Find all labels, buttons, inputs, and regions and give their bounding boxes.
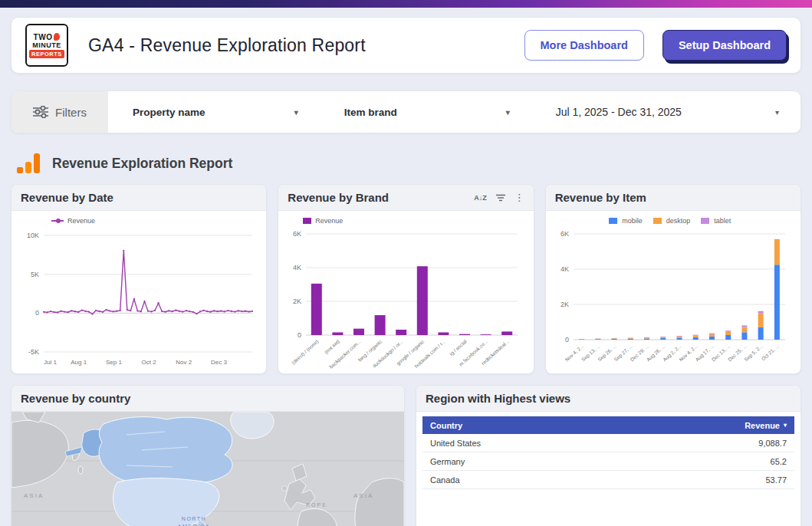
svg-text:2K: 2K — [293, 298, 301, 305]
revenue-by-brand-card-header: Revenue by Brand A↓Z ⋮ — [278, 185, 533, 211]
map-label-north: NORTH — [182, 516, 206, 521]
chevron-down-icon: ▾ — [294, 108, 298, 117]
logo-line-1: TWO — [34, 33, 61, 41]
filter-property-name-label: Property name — [133, 107, 205, 118]
card-title: Revenue by country — [21, 392, 130, 405]
legend-swatch-revenue — [51, 220, 64, 222]
revenue-cell: 65.2 — [771, 457, 787, 466]
logo-text-two: TWO — [34, 33, 53, 41]
region-table-card-header: Region with Highest views — [416, 386, 800, 412]
filter-property-name[interactable]: Property name ▾ — [108, 107, 320, 118]
svg-text:Dec 3: Dec 3 — [211, 359, 227, 366]
world-map[interactable]: ASIA NORTH AMERICA ROPE ASIA — [12, 412, 404, 526]
filter-date-range[interactable]: Jul 1, 2025 - Dec 31, 2025 ▾ — [531, 106, 800, 118]
card-tools: A↓Z ⋮ — [474, 192, 524, 203]
charts-row: Revenue by Date Revenue 10K5K0-5KJul 1Au… — [11, 184, 801, 374]
revenue-by-item-card: Revenue by Item mobile desktop tablet 6K… — [545, 184, 801, 374]
top-gradient-bar — [0, 0, 812, 8]
revenue-sort-header[interactable]: Revenue ▾ — [745, 421, 787, 430]
map-label-asia-right: ASIA — [353, 492, 373, 499]
svg-text:-5K: -5K — [28, 348, 39, 356]
sort-lines-icon[interactable] — [495, 194, 506, 202]
svg-text:6K: 6K — [561, 230, 569, 238]
revenue-by-date-card-header: Revenue by Date — [12, 185, 266, 211]
svg-text:(direct) / (none): (direct) / (none) — [291, 339, 320, 367]
revenue-by-item-chart[interactable]: 6K4K2K0Nov 4, 2...Sep 13, ...Sep 26, ...… — [551, 226, 794, 374]
card-title: Revenue by Date — [21, 191, 113, 204]
svg-text:4K: 4K — [561, 265, 569, 273]
revenue-by-date-card: Revenue by Date Revenue 10K5K0-5KJul 1Au… — [11, 184, 267, 374]
filter-item-brand-label: Item brand — [344, 107, 397, 118]
revenue-by-date-chart[interactable]: 10K5K0-5KJul 1Aug 1Sep 1Oct 2Nov 2Dec 3 — [16, 226, 260, 370]
filters-bar: Filters Property name ▾ Item brand ▾ Jul… — [11, 90, 801, 133]
legend-swatch-desktop — [653, 218, 662, 224]
kebab-menu-icon[interactable]: ⋮ — [514, 192, 524, 203]
section-header: Revenue Exploration Report — [11, 152, 801, 175]
header-buttons: More Dashboard Setup Dashboard — [524, 30, 787, 61]
svg-text:ig / social: ig / social — [449, 338, 468, 357]
revenue-by-brand-chart[interactable]: 6K4K2K0(direct) / (none)(not set)backpac… — [283, 226, 527, 374]
table-row[interactable]: Canada 53.77 — [422, 471, 794, 489]
sort-az-icon[interactable]: A↓Z — [474, 194, 487, 202]
svg-text:4K: 4K — [293, 264, 301, 271]
card-title: Revenue by Brand — [288, 191, 389, 204]
more-dashboard-button[interactable]: More Dashboard — [524, 30, 644, 61]
filters-toggle[interactable]: Filters — [12, 91, 108, 133]
revenue-by-country-card: Revenue by country — [11, 385, 405, 526]
legend-swatch-revenue — [303, 218, 311, 224]
header: TWO MINUTE REPORTS GA4 - Revenue Explora… — [11, 17, 801, 74]
revenue-cell: 9,088.7 — [758, 439, 787, 448]
dashboard-page: TWO MINUTE REPORTS GA4 - Revenue Explora… — [0, 17, 812, 526]
svg-text:0: 0 — [565, 336, 569, 344]
country-column-header: Country — [430, 421, 462, 430]
page-title: GA4 - Revenue Exploration Report — [88, 35, 366, 56]
svg-text:Aug 1: Aug 1 — [71, 359, 87, 366]
legend: Revenue — [16, 214, 261, 226]
analytics-icon — [17, 153, 40, 173]
legend: mobile desktop tablet — [551, 214, 796, 226]
logo-line-3: REPORTS — [29, 50, 64, 58]
revenue-by-country-card-header: Revenue by country — [12, 386, 404, 412]
legend-swatch-mobile — [609, 218, 617, 224]
svg-text:0: 0 — [35, 309, 39, 317]
svg-text:(not set): (not set) — [324, 339, 341, 356]
map-canada — [99, 417, 232, 485]
revenue-by-item-card-header: Revenue by Item — [546, 185, 800, 211]
region-table-card: Region with Highest views Country Revenu… — [416, 385, 801, 526]
sort-caret-icon: ▾ — [784, 422, 787, 429]
setup-dashboard-button[interactable]: Setup Dashboard — [662, 30, 787, 61]
filter-item-brand[interactable]: Item brand ▾ — [320, 107, 531, 118]
svg-text:5K: 5K — [31, 271, 39, 278]
filters-icon — [33, 106, 48, 118]
svg-text:10K: 10K — [27, 232, 39, 239]
country-cell: Canada — [430, 475, 460, 485]
logo-flame-icon — [54, 33, 60, 41]
svg-text:6K: 6K — [293, 230, 301, 238]
svg-text:2K: 2K — [561, 301, 569, 308]
card-title: Region with Highest views — [426, 392, 570, 405]
section-title: Revenue Exploration Report — [52, 156, 232, 172]
chevron-down-icon: ▾ — [775, 108, 779, 117]
legend: Revenue — [283, 214, 528, 226]
svg-text:Oct 21, ...: Oct 21, ... — [760, 343, 780, 361]
region-table: Country Revenue ▾ United States 9,088.7 … — [416, 412, 800, 494]
chevron-down-icon: ▾ — [506, 108, 510, 117]
filters-label: Filters — [55, 106, 87, 119]
table-row[interactable]: United States 9,088.7 — [422, 434, 794, 452]
revenue-cell: 53.77 — [765, 475, 787, 485]
map-label-europe: ROPE — [306, 502, 327, 508]
svg-text:Nov 2: Nov 2 — [176, 359, 192, 366]
filter-date-range-label: Jul 1, 2025 - Dec 31, 2025 — [556, 106, 682, 118]
table-row[interactable]: Germany 65.2 — [422, 452, 794, 471]
tmr-logo: TWO MINUTE REPORTS — [25, 24, 68, 67]
svg-text:Sep 1: Sep 1 — [106, 359, 122, 366]
svg-text:Jul 1: Jul 1 — [44, 359, 57, 366]
map-label-asia-left: ASIA — [24, 492, 44, 499]
logo-line-2: MINUTE — [32, 41, 61, 49]
bottom-row: Revenue by country — [11, 385, 801, 526]
country-cell: Germany — [430, 457, 465, 466]
svg-text:0: 0 — [298, 331, 301, 339]
revenue-by-brand-card: Revenue by Brand A↓Z ⋮ Revenue 6K4K2K0(d — [278, 184, 534, 374]
svg-text:Oct 2: Oct 2 — [142, 359, 157, 366]
table-header-row: Country Revenue ▾ — [422, 416, 794, 434]
